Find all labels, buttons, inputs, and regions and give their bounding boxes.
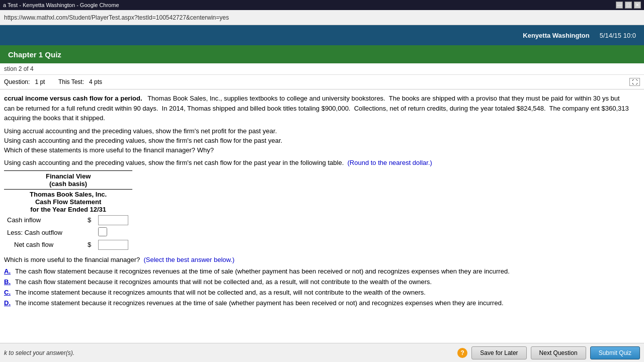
- table-row-cash-inflow: Cash inflow $: [4, 214, 132, 226]
- answer-choice-c[interactable]: C. The income statement because it recog…: [4, 289, 632, 296]
- choice-label-a: A.: [4, 267, 12, 275]
- cash-outflow-cell[interactable]: [95, 226, 132, 239]
- question-nav-text: stion 2 of 4: [4, 65, 34, 72]
- net-cash-flow-cell[interactable]: [95, 239, 132, 251]
- choice-label-d: D.: [4, 299, 12, 307]
- cash-inflow-input[interactable]: [98, 215, 128, 225]
- answer-prompt: Which is more useful to the financial ma…: [4, 256, 632, 263]
- url-text: https://www.mathxl.com/Student/PlayerTes…: [4, 14, 229, 21]
- table-row-cash-outflow: Less: Cash outflow: [4, 226, 132, 239]
- header-username: Kenyetta Washington: [523, 32, 589, 39]
- answer-choice-d[interactable]: D. The income statement because it recog…: [4, 299, 632, 307]
- question-pts: 1 pt: [35, 78, 45, 85]
- restore-button[interactable]: □: [625, 2, 632, 9]
- choice-label-c: C.: [4, 289, 12, 296]
- address-bar: https://www.mathxl.com/Student/PlayerTes…: [0, 10, 644, 25]
- select-note: (Select the best answer below.): [143, 256, 234, 263]
- net-cash-dollar: $: [85, 239, 95, 251]
- answer-section: Which is more useful to the financial ma…: [4, 256, 632, 307]
- sub-question-3: Which of these statements is more useful…: [4, 146, 632, 154]
- table-header-view: Financial View (cash basis): [4, 170, 132, 189]
- table-row-net-cash-flow: Net cash flow $: [4, 239, 132, 251]
- round-note: (Round to the nearest dollar.): [348, 159, 432, 166]
- choice-text-c: The income statement because it recogniz…: [15, 289, 426, 296]
- next-question-button[interactable]: Next Question: [531, 346, 586, 359]
- cash-outflow-label: Less: Cash outflow: [4, 226, 85, 239]
- choice-text-a: The cash flow statement because it recog…: [15, 267, 510, 275]
- title-bar: a Test - Kenyetta Washington - Google Ch…: [0, 0, 644, 10]
- cash-outflow-checkbox[interactable]: [98, 227, 107, 236]
- financial-table: Financial View (cash basis) Thomas Book …: [4, 170, 132, 251]
- window-controls[interactable]: — □ ✕: [616, 2, 641, 9]
- net-cash-flow-input[interactable]: [98, 240, 128, 250]
- question-meta-left: Question: 1 pt This Test: 4 pts: [4, 78, 614, 85]
- table-intro: Using cash accounting and the preceding …: [4, 159, 632, 166]
- header-datetime: 5/14/15 10:0: [600, 32, 636, 39]
- net-cash-flow-label: Net cash flow: [4, 239, 85, 251]
- title-bar-text: a Test - Kenyetta Washington - Google Ch…: [3, 2, 119, 8]
- header: Kenyetta Washington 5/14/15 10:0: [0, 25, 644, 45]
- quiz-title: Chapter 1 Quiz: [8, 50, 61, 59]
- test-label: This Test:: [58, 78, 84, 85]
- answer-choice-a[interactable]: A. The cash flow statement because it re…: [4, 267, 632, 275]
- question-body: ccrual income versus cash flow for a per…: [4, 94, 632, 123]
- cash-outflow-dollar: [85, 226, 95, 239]
- test-pts: 4 pts: [89, 78, 102, 85]
- content-wrapper: ccrual income versus cash flow for a per…: [0, 89, 644, 362]
- close-button[interactable]: ✕: [634, 2, 641, 9]
- question-nav: stion 2 of 4: [0, 63, 644, 75]
- expand-button[interactable]: ⛶: [629, 78, 640, 86]
- help-icon[interactable]: ?: [457, 348, 467, 358]
- question-label: Question:: [4, 78, 30, 85]
- answer-choice-b[interactable]: B. The cash flow statement because it re…: [4, 278, 632, 286]
- table-company: Thomas Book Sales, Inc. Cash Flow Statem…: [4, 189, 132, 214]
- sub-question-2: Using cash accounting and the preceding …: [4, 137, 632, 144]
- minimize-button[interactable]: —: [616, 2, 623, 9]
- sub-question-1: Using accrual accounting and the precedi…: [4, 127, 632, 135]
- table-section: Using cash accounting and the preceding …: [4, 159, 632, 251]
- cash-inflow-label: Cash inflow: [4, 214, 85, 226]
- submit-quiz-button[interactable]: Submit Quiz: [590, 346, 640, 359]
- bottom-bar: k to select your answer(s). ? Save for L…: [0, 343, 644, 362]
- choice-text-d: The income statement because it recogniz…: [15, 299, 504, 307]
- main-scroll[interactable]: ccrual income versus cash flow for a per…: [0, 89, 644, 362]
- save-for-later-button[interactable]: Save for Later: [471, 346, 526, 359]
- cash-inflow-cell[interactable]: [95, 214, 132, 226]
- quiz-title-bar: Chapter 1 Quiz: [0, 45, 644, 63]
- question-meta: Question: 1 pt This Test: 4 pts ⛶: [0, 75, 644, 89]
- cash-inflow-dollar: $: [85, 214, 95, 226]
- choice-label-b: B.: [4, 278, 12, 286]
- choice-text-b: The cash flow statement because it recog…: [15, 278, 432, 286]
- click-notice: k to select your answer(s).: [4, 349, 453, 356]
